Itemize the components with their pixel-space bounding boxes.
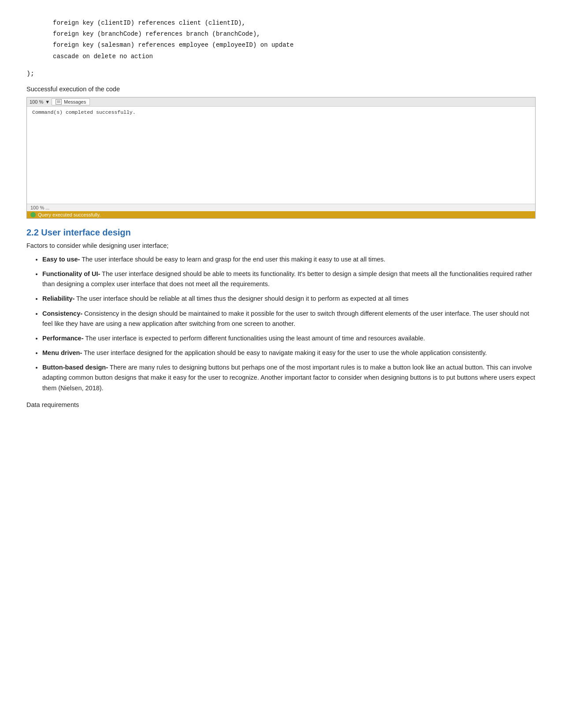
status-bar-text: Query executed successfully. <box>38 212 100 217</box>
sql-output-content: Command(s) completed successfully. <box>27 107 535 204</box>
bullet-bold-6: Button-based design- <box>42 364 108 371</box>
bullet-item-6: Button-based design- There are many rule… <box>42 362 536 393</box>
sql-status-bar: Query executed successfully. <box>27 211 535 218</box>
success-text: Successful execution of the code <box>26 86 536 93</box>
footer-label: 100 % ... <box>30 205 49 210</box>
code-line-3b: cascade on delete no action <box>53 51 536 62</box>
bullet-bold-5: Menu driven- <box>42 349 82 356</box>
code-block: foreign key (clientID) references client… <box>26 18 536 62</box>
bullet-item-5: Menu driven- The user interface designed… <box>42 348 536 358</box>
section-intro: Factors to consider while designing user… <box>26 242 536 249</box>
bullet-item-1: Functionality of UI- The user interface … <box>42 269 536 289</box>
bullet-list: Easy to use- The user interface should b… <box>26 254 536 393</box>
code-line-2: foreign key (branchCode) references bran… <box>53 29 536 40</box>
bullet-item-4: Performance- The user interface is expec… <box>42 333 536 343</box>
bullet-item-2: Reliability- The user interface should b… <box>42 294 536 304</box>
sql-output-toolbar: 100 % ▼ Messages <box>27 97 535 107</box>
status-circle-icon <box>30 212 36 217</box>
code-line-1: foreign key (clientID) references client… <box>53 18 536 29</box>
closing-paren: ); <box>26 70 536 78</box>
messages-tab[interactable]: Messages <box>52 98 90 105</box>
messages-tab-label: Messages <box>64 99 86 105</box>
bullet-bold-4: Performance- <box>42 335 83 342</box>
bullet-item-0: Easy to use- The user interface should b… <box>42 254 536 265</box>
completion-message: Command(s) completed successfully. <box>32 109 136 115</box>
bullet-bold-3: Consistency- <box>42 310 82 317</box>
code-line-3: foreign key (salesman) references employ… <box>53 40 536 51</box>
section-heading: 2.2 User interface design <box>26 228 536 238</box>
toolbar-percent-label: 100 % <box>30 99 43 105</box>
bullet-bold-1: Functionality of UI- <box>42 270 100 277</box>
bullet-bold-0: Easy to use- <box>42 256 80 263</box>
toolbar-arrow: ▼ <box>45 99 50 105</box>
sql-output-box: 100 % ▼ Messages Command(s) completed su… <box>26 97 536 219</box>
sql-output-footer: 100 % ... <box>27 204 535 211</box>
data-requirements-label: Data requirements <box>26 401 536 408</box>
messages-icon <box>56 99 62 105</box>
bullet-item-3: Consistency- Consistency in the design s… <box>42 309 536 329</box>
bullet-bold-2: Reliability- <box>42 295 74 302</box>
